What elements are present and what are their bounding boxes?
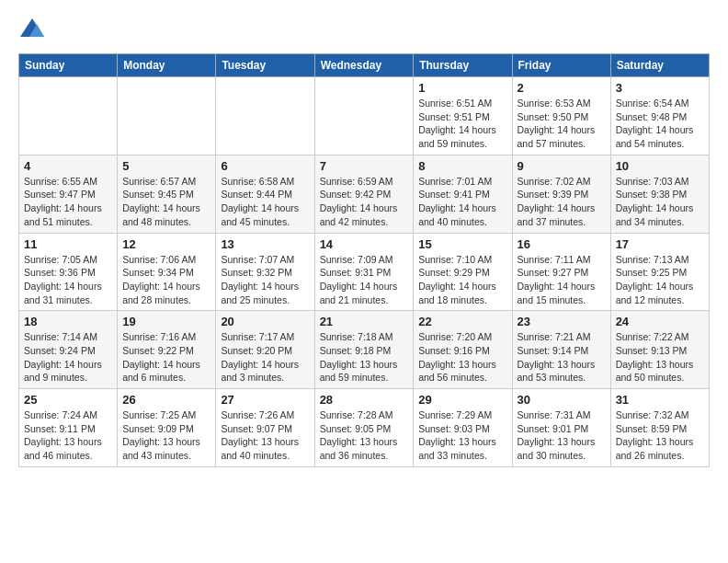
weekday-header: Friday: [512, 54, 610, 77]
weekday-header: Saturday: [610, 54, 709, 77]
day-info: Sunrise: 7:20 AM Sunset: 9:16 PM Dayligh…: [418, 330, 506, 385]
weekday-header: Tuesday: [216, 54, 314, 77]
day-number: 23: [518, 315, 606, 328]
day-number: 20: [221, 315, 309, 328]
calendar-cell: 13Sunrise: 7:07 AM Sunset: 9:32 PM Dayli…: [216, 233, 314, 311]
calendar-cell: 18Sunrise: 7:14 AM Sunset: 9:24 PM Dayli…: [19, 311, 118, 389]
day-number: 12: [122, 237, 210, 251]
calendar-cell: 4Sunrise: 6:55 AM Sunset: 9:47 PM Daylig…: [19, 155, 118, 233]
weekday-header: Sunday: [19, 54, 118, 77]
day-info: Sunrise: 7:18 AM Sunset: 9:18 PM Dayligh…: [320, 330, 409, 385]
calendar-cell: 2Sunrise: 6:53 AM Sunset: 9:50 PM Daylig…: [512, 77, 610, 155]
day-info: Sunrise: 7:25 AM Sunset: 9:09 PM Dayligh…: [122, 408, 210, 463]
day-number: 6: [221, 159, 309, 173]
calendar-cell: 12Sunrise: 7:06 AM Sunset: 9:34 PM Dayli…: [118, 233, 216, 311]
logo-icon: [18, 17, 46, 42]
calendar-cell: 11Sunrise: 7:05 AM Sunset: 9:36 PM Dayli…: [19, 233, 118, 311]
day-number: 25: [24, 393, 112, 407]
calendar-week-row: 11Sunrise: 7:05 AM Sunset: 9:36 PM Dayli…: [19, 233, 710, 311]
calendar-cell: 24Sunrise: 7:22 AM Sunset: 9:13 PM Dayli…: [610, 311, 709, 389]
day-info: Sunrise: 7:14 AM Sunset: 9:24 PM Dayligh…: [24, 330, 112, 385]
calendar-cell: 6Sunrise: 6:58 AM Sunset: 9:44 PM Daylig…: [216, 155, 314, 233]
day-number: 9: [518, 159, 606, 173]
calendar-cell: 9Sunrise: 7:02 AM Sunset: 9:39 PM Daylig…: [512, 155, 610, 233]
calendar-week-row: 18Sunrise: 7:14 AM Sunset: 9:24 PM Dayli…: [19, 311, 710, 389]
day-number: 3: [616, 81, 704, 95]
day-info: Sunrise: 6:58 AM Sunset: 9:44 PM Dayligh…: [221, 175, 309, 229]
calendar-cell: [118, 77, 216, 155]
day-number: 16: [518, 237, 606, 251]
day-info: Sunrise: 7:17 AM Sunset: 9:20 PM Dayligh…: [221, 330, 309, 385]
day-number: 15: [418, 237, 506, 251]
day-number: 11: [24, 237, 112, 251]
day-info: Sunrise: 7:26 AM Sunset: 9:07 PM Dayligh…: [221, 408, 309, 463]
calendar-cell: 15Sunrise: 7:10 AM Sunset: 9:29 PM Dayli…: [414, 233, 512, 311]
day-info: Sunrise: 7:24 AM Sunset: 9:11 PM Dayligh…: [24, 408, 112, 463]
day-info: Sunrise: 6:59 AM Sunset: 9:42 PM Dayligh…: [320, 175, 409, 229]
day-info: Sunrise: 7:09 AM Sunset: 9:31 PM Dayligh…: [320, 253, 409, 307]
day-info: Sunrise: 7:07 AM Sunset: 9:32 PM Dayligh…: [221, 253, 309, 307]
calendar-table: SundayMondayTuesdayWednesdayThursdayFrid…: [18, 53, 710, 467]
calendar-cell: 5Sunrise: 6:57 AM Sunset: 9:45 PM Daylig…: [118, 155, 216, 233]
day-number: 28: [320, 393, 409, 407]
day-info: Sunrise: 6:54 AM Sunset: 9:48 PM Dayligh…: [616, 97, 704, 151]
day-number: 29: [418, 393, 506, 407]
calendar-cell: 27Sunrise: 7:26 AM Sunset: 9:07 PM Dayli…: [216, 389, 314, 467]
calendar-cell: 19Sunrise: 7:16 AM Sunset: 9:22 PM Dayli…: [118, 311, 216, 389]
day-info: Sunrise: 7:28 AM Sunset: 9:05 PM Dayligh…: [320, 408, 409, 463]
page-header: [18, 18, 710, 44]
calendar-cell: [314, 77, 414, 155]
day-number: 26: [122, 393, 210, 407]
day-info: Sunrise: 7:31 AM Sunset: 9:01 PM Dayligh…: [518, 408, 606, 463]
day-number: 7: [320, 159, 409, 173]
day-info: Sunrise: 7:21 AM Sunset: 9:14 PM Dayligh…: [518, 330, 606, 385]
calendar-cell: 10Sunrise: 7:03 AM Sunset: 9:38 PM Dayli…: [610, 155, 709, 233]
weekday-header-row: SundayMondayTuesdayWednesdayThursdayFrid…: [19, 54, 710, 77]
day-number: 21: [320, 315, 409, 328]
day-number: 27: [221, 393, 309, 407]
day-number: 1: [418, 81, 506, 95]
day-number: 14: [320, 237, 409, 251]
day-info: Sunrise: 6:51 AM Sunset: 9:51 PM Dayligh…: [418, 97, 506, 151]
logo: [18, 18, 48, 44]
calendar-cell: 25Sunrise: 7:24 AM Sunset: 9:11 PM Dayli…: [19, 389, 118, 467]
calendar-cell: 1Sunrise: 6:51 AM Sunset: 9:51 PM Daylig…: [414, 77, 512, 155]
calendar-cell: [216, 77, 314, 155]
calendar-cell: 26Sunrise: 7:25 AM Sunset: 9:09 PM Dayli…: [118, 389, 216, 467]
calendar-cell: 28Sunrise: 7:28 AM Sunset: 9:05 PM Dayli…: [314, 389, 414, 467]
day-number: 10: [616, 159, 704, 173]
calendar-cell: 17Sunrise: 7:13 AM Sunset: 9:25 PM Dayli…: [610, 233, 709, 311]
calendar-cell: 23Sunrise: 7:21 AM Sunset: 9:14 PM Dayli…: [512, 311, 610, 389]
day-info: Sunrise: 7:22 AM Sunset: 9:13 PM Dayligh…: [616, 330, 704, 385]
day-info: Sunrise: 7:01 AM Sunset: 9:41 PM Dayligh…: [418, 175, 506, 229]
day-info: Sunrise: 6:55 AM Sunset: 9:47 PM Dayligh…: [24, 175, 112, 229]
calendar-week-row: 4Sunrise: 6:55 AM Sunset: 9:47 PM Daylig…: [19, 155, 710, 233]
day-info: Sunrise: 7:16 AM Sunset: 9:22 PM Dayligh…: [122, 330, 210, 385]
calendar-cell: 3Sunrise: 6:54 AM Sunset: 9:48 PM Daylig…: [610, 77, 709, 155]
day-info: Sunrise: 6:53 AM Sunset: 9:50 PM Dayligh…: [518, 97, 606, 151]
calendar-cell: 29Sunrise: 7:29 AM Sunset: 9:03 PM Dayli…: [414, 389, 512, 467]
day-number: 5: [122, 159, 210, 173]
day-number: 8: [418, 159, 506, 173]
weekday-header: Monday: [118, 54, 216, 77]
calendar-cell: 20Sunrise: 7:17 AM Sunset: 9:20 PM Dayli…: [216, 311, 314, 389]
day-info: Sunrise: 7:11 AM Sunset: 9:27 PM Dayligh…: [518, 253, 606, 307]
calendar-cell: 22Sunrise: 7:20 AM Sunset: 9:16 PM Dayli…: [414, 311, 512, 389]
day-info: Sunrise: 7:13 AM Sunset: 9:25 PM Dayligh…: [616, 253, 704, 307]
weekday-header: Thursday: [414, 54, 512, 77]
day-number: 22: [418, 315, 506, 328]
day-info: Sunrise: 7:29 AM Sunset: 9:03 PM Dayligh…: [418, 408, 506, 463]
calendar-cell: 16Sunrise: 7:11 AM Sunset: 9:27 PM Dayli…: [512, 233, 610, 311]
weekday-header: Wednesday: [314, 54, 414, 77]
day-number: 4: [24, 159, 112, 173]
day-info: Sunrise: 7:05 AM Sunset: 9:36 PM Dayligh…: [24, 253, 112, 307]
day-info: Sunrise: 7:32 AM Sunset: 8:59 PM Dayligh…: [616, 408, 704, 463]
calendar-cell: 30Sunrise: 7:31 AM Sunset: 9:01 PM Dayli…: [512, 389, 610, 467]
day-info: Sunrise: 7:10 AM Sunset: 9:29 PM Dayligh…: [418, 253, 506, 307]
day-info: Sunrise: 6:57 AM Sunset: 9:45 PM Dayligh…: [122, 175, 210, 229]
day-number: 24: [616, 315, 704, 328]
calendar-cell: 14Sunrise: 7:09 AM Sunset: 9:31 PM Dayli…: [314, 233, 414, 311]
calendar-cell: 31Sunrise: 7:32 AM Sunset: 8:59 PM Dayli…: [610, 389, 709, 467]
day-number: 17: [616, 237, 704, 251]
day-number: 19: [122, 315, 210, 328]
